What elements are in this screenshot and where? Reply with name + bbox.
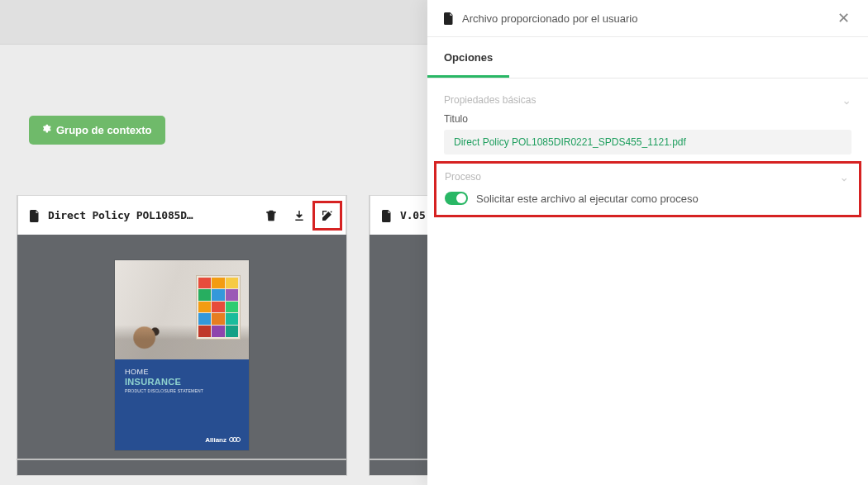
thumb-line2: INSURANCE <box>125 377 239 387</box>
document-icon <box>382 210 392 221</box>
brand-text: Allianz <box>205 436 227 444</box>
panel-tabs: Opciones <box>427 37 868 78</box>
close-icon: ✕ <box>837 10 850 26</box>
close-button[interactable]: ✕ <box>836 9 851 27</box>
document-icon <box>30 210 40 221</box>
chevron-down-icon: ⌃ <box>839 170 849 183</box>
gear-icon <box>41 123 51 136</box>
properties-side-panel: Archivo proporcionado por el usuario ✕ O… <box>427 0 868 485</box>
toggle-request-on-run: Solicitar este archivo al ejecutar como … <box>445 192 849 205</box>
chevron-down-icon: ⌃ <box>842 93 851 107</box>
thumb-line3: PRODUCT DISCLOSURE STATEMENT <box>125 388 239 393</box>
section-basic-properties[interactable]: Propiedades básicas ⌃ <box>444 93 851 107</box>
file-card-actions <box>263 207 336 224</box>
section-proceso[interactable]: Proceso ⌃ <box>445 170 849 183</box>
delete-button[interactable] <box>263 207 279 224</box>
file-card-header: Direct Policy POL1085D… <box>17 195 346 235</box>
panel-body: Propiedades básicas ⌃ Titulo Proceso ⌃ S… <box>427 78 868 232</box>
thumb-brand: Allianz <box>205 436 241 444</box>
thumbnail-caption: HOME INSURANCE PRODUCT DISCLOSURE STATEM… <box>115 359 249 449</box>
edit-button[interactable] <box>319 207 336 224</box>
field-title-label: Titulo <box>444 113 851 125</box>
thumb-line1: HOME <box>125 368 239 376</box>
thumbnail-photo <box>115 260 249 360</box>
context-group-pill[interactable]: Grupo de contexto <box>29 116 165 145</box>
context-group-label: Grupo de contexto <box>56 124 152 136</box>
section-proceso-label: Proceso <box>445 171 481 183</box>
download-button[interactable] <box>291 207 308 224</box>
section-basic-label: Propiedades básicas <box>444 94 536 106</box>
panel-header: Archivo proporcionado por el usuario ✕ <box>427 0 868 37</box>
file-thumbnail[interactable]: HOME INSURANCE PRODUCT DISCLOSURE STATEM… <box>115 260 249 450</box>
toggle-switch[interactable] <box>445 192 468 205</box>
file-card: Direct Policy POL1085D… <box>17 195 347 476</box>
file-card-title: Direct Policy POL1085D… <box>48 209 255 221</box>
field-title-input[interactable] <box>444 130 851 155</box>
tab-opciones[interactable]: Opciones <box>427 37 509 78</box>
panel-title: Archivo proporcionado por el usuario <box>462 12 827 25</box>
file-card-body: HOME INSURANCE PRODUCT DISCLOSURE STATEM… <box>17 235 346 475</box>
proceso-highlight-box: Proceso ⌃ Solicitar este archivo al ejec… <box>434 161 861 217</box>
toggle-label: Solicitar este archivo al ejecutar como … <box>476 193 699 205</box>
brand-rings-icon <box>229 437 241 442</box>
document-icon <box>444 12 454 24</box>
